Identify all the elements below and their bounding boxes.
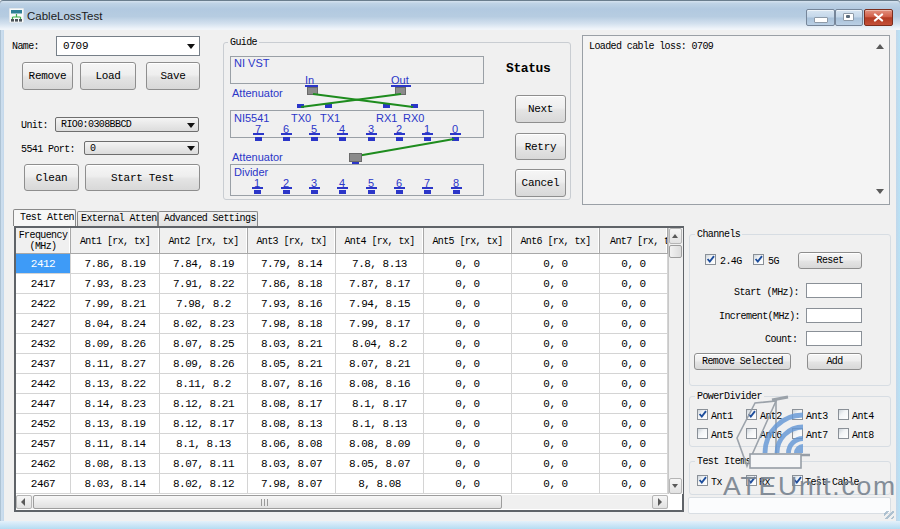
svg-text:ATEUnit.com: ATEUnit.com: [723, 471, 897, 501]
